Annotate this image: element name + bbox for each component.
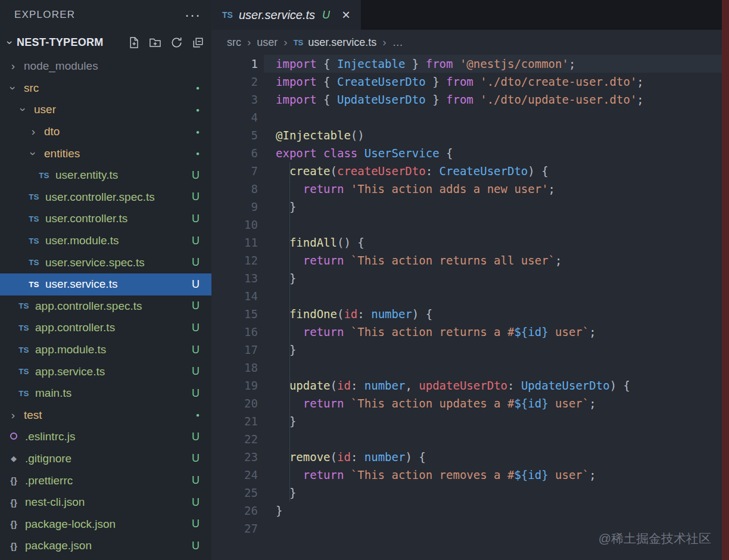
tree-item-entities[interactable]: ›entities● xyxy=(0,142,211,164)
line-number: 1 xyxy=(211,55,258,73)
tree-item-label: src xyxy=(24,82,39,95)
new-file-icon[interactable] xyxy=(127,36,140,49)
tree-item-label: entities xyxy=(44,147,80,160)
chevron-down-icon: › xyxy=(27,147,40,161)
line-number: 18 xyxy=(211,359,258,377)
line-number: 2 xyxy=(211,73,258,91)
tree-item-package.json[interactable]: {}package.jsonU xyxy=(0,535,211,557)
new-folder-icon[interactable] xyxy=(149,36,161,49)
line-number: 3 xyxy=(211,91,258,108)
workspace-section-header[interactable]: › NEST-TYPEORM xyxy=(0,30,211,55)
breadcrumb-item-user.service.ts[interactable]: user.service.ts xyxy=(308,36,376,49)
tree-item-label: user.controller.spec.ts xyxy=(45,191,155,204)
tree-item-label: user.controller.ts xyxy=(45,212,127,225)
git-icon: ◆ xyxy=(6,454,21,463)
tree-item-app.controller.spec.ts[interactable]: TSapp.controller.spec.tsU xyxy=(0,295,211,318)
breadcrumb-item-…[interactable]: … xyxy=(392,36,403,49)
tree-item-nest-cli.json[interactable]: {}nest-cli.jsonU xyxy=(0,491,211,514)
typescript-file-icon: TS xyxy=(222,10,233,20)
vscode-window: EXPLORER ··· › NEST-TYPEORM ›node xyxy=(0,0,729,560)
tree-item-user.controller.ts[interactable]: TSuser.controller.tsU xyxy=(0,208,211,230)
tree-item-user.controller.spec.ts[interactable]: TSuser.controller.spec.tsU xyxy=(0,186,211,209)
json-icon: {} xyxy=(6,475,21,486)
line-number: 26 xyxy=(211,502,258,519)
tree-item-test[interactable]: ›test● xyxy=(0,405,211,427)
tab-user-service-ts[interactable]: TS user.service.ts U × xyxy=(211,0,361,30)
tree-item-dto[interactable]: ›dto● xyxy=(0,121,211,143)
typescript-file-icon: TS xyxy=(294,38,304,47)
code-line-1[interactable]: 1import { Injectable } from '@nestjs/com… xyxy=(211,55,729,73)
code-line-2[interactable]: 2import { CreateUserDto } from './dto/cr… xyxy=(211,73,729,91)
git-dot-badge: ● xyxy=(196,412,200,418)
git-untracked-badge: U xyxy=(192,300,200,312)
line-content: } xyxy=(258,198,296,216)
typescript-file-icon: TS xyxy=(16,301,32,310)
line-content: create(createUserDto: CreateUserDto) { xyxy=(258,162,549,180)
tree-item-user[interactable]: ›user● xyxy=(0,99,211,121)
code-line-3[interactable]: 3import { UpdateUserDto } from './dto/up… xyxy=(211,91,729,108)
tree-item-app.service.ts[interactable]: TSapp.service.tsU xyxy=(0,360,211,382)
tree-item-.eslintrc.js[interactable]: .eslintrc.jsU xyxy=(0,426,211,448)
line-number: 17 xyxy=(211,341,258,359)
json-icon: {} xyxy=(6,497,21,508)
tree-item-label: node_modules xyxy=(24,60,98,73)
line-number: 10 xyxy=(211,216,258,234)
tree-item-package-lock.json[interactable]: {}package-lock.jsonU xyxy=(0,513,211,535)
line-content: import { Injectable } from '@nestjs/comm… xyxy=(258,55,575,73)
line-content: } xyxy=(258,341,296,359)
tree-item-user.service.spec.ts[interactable]: TSuser.service.spec.tsU xyxy=(0,251,211,273)
git-untracked-badge: U xyxy=(192,387,200,400)
line-content: return 'This action adds a new user'; xyxy=(258,180,555,198)
line-number: 16 xyxy=(211,323,258,341)
more-actions-icon[interactable]: ··· xyxy=(185,12,201,18)
git-untracked-badge: U xyxy=(322,9,330,21)
line-content xyxy=(258,359,276,377)
tree-item-app.module.ts[interactable]: TSapp.module.tsU xyxy=(0,339,211,361)
line-content xyxy=(258,430,276,448)
line-number: 22 xyxy=(211,430,258,448)
line-content: } xyxy=(258,484,296,502)
code-line-5[interactable]: 5@Injectable() xyxy=(211,126,729,144)
tree-item-user.service.ts[interactable]: TSuser.service.tsU xyxy=(0,273,211,295)
refresh-icon[interactable] xyxy=(170,36,183,49)
tree-item-label: app.controller.ts xyxy=(35,321,115,334)
tree-item-label: dto xyxy=(44,125,60,138)
breadcrumb-item-src[interactable]: src xyxy=(227,36,241,49)
tree-item-user.module.ts[interactable]: TSuser.module.tsU xyxy=(0,230,211,252)
breadcrumb-item-user[interactable]: user xyxy=(257,36,278,49)
tree-item-node_modules[interactable]: ›node_modules xyxy=(0,55,211,77)
file-tree: ›node_modules›src●›user●›dto●›entities●T… xyxy=(0,55,211,560)
line-content: remove(id: number) { xyxy=(258,448,426,466)
collapse-all-icon[interactable] xyxy=(192,36,204,49)
tree-item-label: .eslintrc.js xyxy=(25,430,75,443)
tree-item-main.ts[interactable]: TSmain.tsU xyxy=(0,382,211,405)
eslint-ring xyxy=(10,433,17,440)
line-content: return `This action removes a #${id} use… xyxy=(258,466,596,484)
code-line-4[interactable]: 4 xyxy=(211,108,729,126)
chevron-down-icon: › xyxy=(4,36,16,48)
tree-item-label: user.entity.ts xyxy=(55,169,118,182)
git-untracked-badge: U xyxy=(192,278,200,291)
line-content: export class UserService { xyxy=(258,144,453,162)
line-content: findAll() { xyxy=(258,234,364,251)
close-icon[interactable]: × xyxy=(342,9,350,21)
tree-item-label: test xyxy=(24,409,42,422)
overview-ruler-scrollbar[interactable] xyxy=(722,0,729,560)
line-content xyxy=(258,108,276,126)
tree-item-.gitignore[interactable]: ◆.gitignoreU xyxy=(0,448,211,470)
code-line-6[interactable]: 6export class UserService { xyxy=(211,144,729,162)
line-content xyxy=(258,287,276,305)
tree-item-label: user.service.ts xyxy=(45,278,117,291)
line-number: 5 xyxy=(211,126,258,144)
line-content: } xyxy=(258,502,282,519)
code-line-26[interactable]: 26} xyxy=(211,502,729,519)
line-number: 4 xyxy=(211,108,258,126)
tree-item-app.controller.ts[interactable]: TSapp.controller.tsU xyxy=(0,317,211,339)
chevron-right-icon: › xyxy=(26,125,40,138)
code-area[interactable]: 1import { Injectable } from '@nestjs/com… xyxy=(211,55,729,560)
tree-item-.prettierrc[interactable]: {}.prettierrcU xyxy=(0,469,211,491)
tree-item-user.entity.ts[interactable]: TSuser.entity.tsU xyxy=(0,164,211,186)
tree-item-src[interactable]: ›src● xyxy=(0,77,211,99)
git-untracked-badge: U xyxy=(192,496,200,509)
tree-item-label: main.ts xyxy=(35,387,71,400)
